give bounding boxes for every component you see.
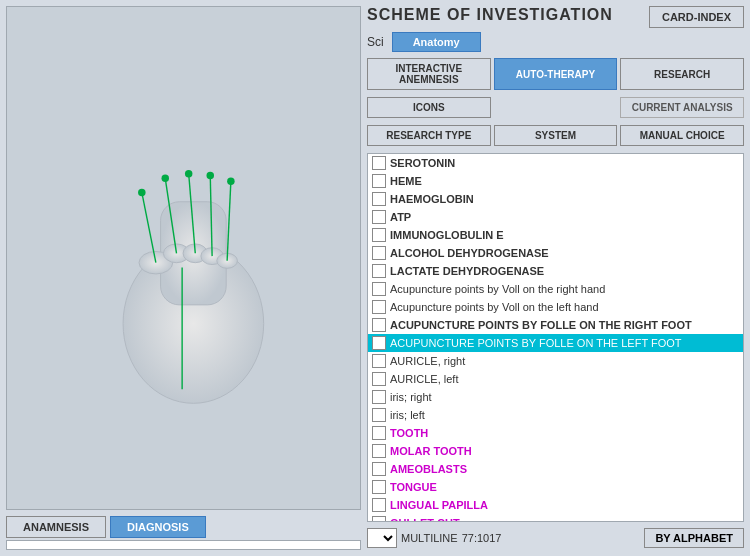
svg-point-16 [227,177,235,185]
list-item[interactable]: GULLET CUT [368,514,743,522]
list-item-checkbox[interactable] [372,444,386,458]
list-item-checkbox[interactable] [372,264,386,278]
coordinates-label: 77:1017 [462,532,502,544]
list-item-text: HEME [390,175,422,187]
list-item-text: ACUPUNCTURE POINTS BY FOLLE ON THE LEFT … [390,337,682,349]
list-item[interactable]: ACUPUNCTURE POINTS BY FOLLE ON THE RIGHT… [368,316,743,334]
list-item[interactable]: ATP [368,208,743,226]
list-item-text: GULLET CUT [390,517,460,522]
list-item[interactable]: ACUPUNCTURE POINTS BY FOLLE ON THE LEFT … [368,334,743,352]
list-item-text: LACTATE DEHYDROGENASE [390,265,544,277]
list-item-checkbox[interactable] [372,228,386,242]
list-item-text: iris; right [390,391,432,403]
list-item[interactable]: iris; left [368,406,743,424]
list-item-text: TONGUE [390,481,437,493]
list-item-checkbox[interactable] [372,516,386,522]
list-item-checkbox[interactable] [372,210,386,224]
list-item-checkbox[interactable] [372,480,386,494]
svg-point-10 [161,175,169,183]
by-alphabet-btn[interactable]: BY ALPHABET [644,528,744,548]
list-item-text: Acupuncture points by Voll on the right … [390,283,605,295]
list-item[interactable]: MOLAR TOOTH [368,442,743,460]
sci-label: Sci [367,35,384,49]
bottom-dropdown[interactable] [367,528,397,548]
list-item-checkbox[interactable] [372,462,386,476]
list-item-text: ALCOHOL DEHYDROGENASE [390,247,549,259]
icons-btn[interactable]: ICONS [367,97,491,118]
list-item-checkbox[interactable] [372,390,386,404]
list-item-checkbox[interactable] [372,300,386,314]
svg-point-12 [184,170,192,178]
anamnesis-diagnosis-panel: ANAMNESIS DIAGNOSIS [6,516,361,550]
list-item[interactable]: TOOTH [368,424,743,442]
current-analysis-btn[interactable]: CURRENT ANALYSIS [620,97,744,118]
list-item-text: AMEOBLASTS [390,463,467,475]
research-type-btn[interactable]: RESEARCH TYPE [367,125,491,146]
diagnosis-text-area [6,540,361,550]
list-item-text: SEROTONIN [390,157,455,169]
list-item-checkbox[interactable] [372,246,386,260]
list-item-text: AURICLE, left [390,373,458,385]
list-item[interactable]: iris; right [368,388,743,406]
auto-therapy-btn[interactable]: AUTO-THERAPY [494,58,618,90]
system-btn[interactable]: SYSTEM [494,125,618,146]
svg-point-8 [138,189,146,197]
list-item[interactable]: ALCOHOL DEHYDROGENASE [368,244,743,262]
bottom-bar: MULTILINE 77:1017 BY ALPHABET [367,526,744,550]
list-item[interactable]: Acupuncture points by Voll on the left h… [368,298,743,316]
button-row-1: INTERACTIVE ANEMNESIS AUTO-THERAPY RESEA… [367,58,744,90]
list-item-text: TOOTH [390,427,428,439]
list-item-text: iris; left [390,409,425,421]
list-item[interactable]: AURICLE, left [368,370,743,388]
list-item[interactable]: TONGUE [368,478,743,496]
research-btn[interactable]: RESEARCH [620,58,744,90]
list-item-checkbox[interactable] [372,318,386,332]
list-item-checkbox[interactable] [372,408,386,422]
list-item[interactable]: LACTATE DEHYDROGENASE [368,262,743,280]
button-row-3: RESEARCH TYPE SYSTEM MANUAL CHOICE [367,125,744,146]
anamnesis-tab[interactable]: ANAMNESIS [6,516,106,538]
list-item[interactable]: HEME [368,172,743,190]
list-item[interactable]: Acupuncture points by Voll on the right … [368,280,743,298]
list-item-text: Acupuncture points by Voll on the left h… [390,301,599,313]
list-item-checkbox[interactable] [372,336,386,350]
card-index-button[interactable]: CARD-INDEX [649,6,744,28]
list-item-checkbox[interactable] [372,372,386,386]
list-item-checkbox[interactable] [372,426,386,440]
list-item-checkbox[interactable] [372,174,386,188]
list-item-text: AURICLE, right [390,355,465,367]
list-item-text: LINGUAL PAPILLA [390,499,488,511]
list-item[interactable]: AMEOBLASTS [368,460,743,478]
interactive-anemnesis-btn[interactable]: INTERACTIVE ANEMNESIS [367,58,491,90]
list-item[interactable]: AURICLE, right [368,352,743,370]
svg-line-15 [227,181,231,261]
list-item[interactable]: SEROTONIN [368,154,743,172]
list-item-text: IMMUNOGLOBULIN E [390,229,504,241]
diagnosis-tab[interactable]: DIAGNOSIS [110,516,206,538]
manual-choice-btn[interactable]: MANUAL CHOICE [620,125,744,146]
list-item[interactable]: IMMUNOGLOBULIN E [368,226,743,244]
list-item-text: ATP [390,211,411,223]
list-item-checkbox[interactable] [372,498,386,512]
list-item[interactable]: LINGUAL PAPILLA [368,496,743,514]
list-item-text: MOLAR TOOTH [390,445,472,457]
anatomy-button[interactable]: Anatomy [392,32,481,52]
button-row-2: ICONS CURRENT ANALYSIS [367,97,744,118]
list-item-checkbox[interactable] [372,354,386,368]
svg-point-14 [206,172,214,180]
scheme-title: SCHEME OF INVESTIGATION [367,6,613,24]
list-item-checkbox[interactable] [372,282,386,296]
list-item-checkbox[interactable] [372,192,386,206]
multiline-label: MULTILINE [401,532,458,544]
foot-image-area [6,6,361,510]
list-item-text: ACUPUNCTURE POINTS BY FOLLE ON THE RIGHT… [390,319,692,331]
list-item-text: HAEMOGLOBIN [390,193,474,205]
list-item[interactable]: HAEMOGLOBIN [368,190,743,208]
items-list[interactable]: SEROTONINHEMEHAEMOGLOBINATPIMMUNOGLOBULI… [367,153,744,522]
list-item-checkbox[interactable] [372,156,386,170]
